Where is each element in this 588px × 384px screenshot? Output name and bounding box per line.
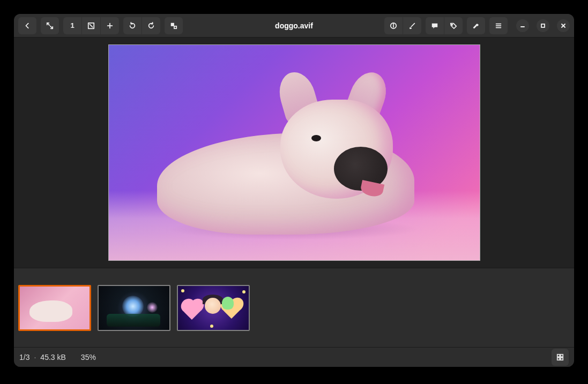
maximize-icon [540,23,546,28]
thumbnail-3[interactable] [177,285,250,331]
svg-rect-21 [561,358,563,360]
annotate-group [426,17,463,34]
grid-view-button[interactable] [552,349,569,366]
thumbnail-strip [14,268,574,348]
svg-rect-5 [171,22,174,26]
close-button[interactable] [557,19,570,32]
status-separator: · [34,353,36,362]
svg-rect-20 [557,358,560,360]
status-position: 1/3 [19,353,29,362]
rotate-cw-icon [147,22,155,29]
rotate-group [123,17,160,34]
thumbnail-2[interactable] [98,285,170,331]
tag-icon [450,22,457,29]
svg-point-9 [393,24,394,24]
hamburger-icon [495,22,502,29]
brush-icon [408,22,416,29]
grid-icon [556,353,564,361]
svg-rect-15 [541,24,545,27]
rotate-cw-button[interactable] [142,17,160,34]
rotate-ccw-button[interactable] [123,17,142,34]
annotate-button[interactable] [426,17,444,34]
status-zoom: 35% [81,353,96,362]
minimize-button[interactable] [516,19,529,32]
zoom-in-button[interactable] [101,17,119,34]
main-image [108,44,480,261]
minimize-icon [520,23,525,28]
back-button[interactable] [18,17,36,34]
info-button[interactable] [384,17,403,34]
tools-button[interactable] [467,17,485,34]
color-picker-button[interactable] [403,17,421,34]
zoom-fit-button[interactable] [82,17,100,34]
titlebar: 1 doggo.avif [14,14,574,37]
fullscreen-button[interactable] [41,17,59,34]
rotate-ccw-icon [129,22,136,29]
zoom-fit-icon [87,22,95,29]
annotate-icon [431,22,438,29]
tag-button[interactable] [444,17,463,34]
svg-rect-18 [557,355,560,357]
zoom-actual-button[interactable]: 1 [63,17,81,34]
svg-rect-19 [561,355,563,357]
close-icon [561,23,566,28]
image-viewport[interactable] [14,37,574,268]
zoom-actual-label: 1 [70,21,74,29]
resize-button[interactable] [165,17,183,34]
chevron-left-icon [24,22,31,29]
fullscreen-icon [46,22,54,29]
menu-button[interactable] [489,17,508,34]
info-group [384,17,421,34]
zoom-group: 1 [63,17,119,34]
svg-point-10 [452,24,453,25]
statusbar: 1/3 · 45.3 kB 35% [14,348,574,367]
maximize-button[interactable] [537,19,549,32]
thumbnail-1[interactable] [18,285,91,331]
app-window: 1 doggo.avif [14,14,574,367]
status-filesize: 45.3 kB [40,353,65,362]
plus-icon [106,22,114,29]
svg-rect-6 [174,26,176,28]
resize-icon [170,22,177,29]
info-icon [390,22,397,29]
wrench-icon [472,22,480,29]
